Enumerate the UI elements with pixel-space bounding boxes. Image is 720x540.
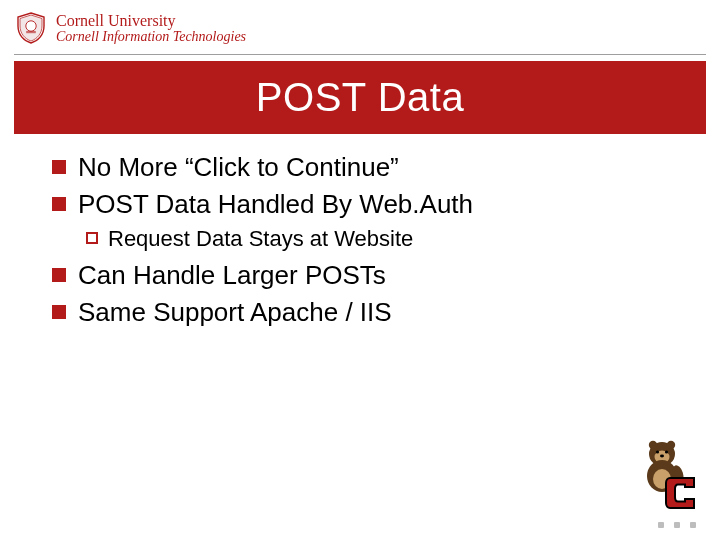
list-item: No More “Click to Continue” (52, 150, 690, 185)
svg-point-6 (656, 450, 659, 453)
brand-university: Cornell University (56, 12, 246, 30)
list-item-label: Request Data Stays at Website (108, 226, 413, 251)
header-divider (14, 54, 706, 55)
list-item-label: No More “Click to Continue” (78, 152, 399, 182)
pager-dot-icon (690, 522, 696, 528)
svg-point-0 (26, 21, 36, 31)
title-bar: POST Data (14, 61, 706, 134)
svg-point-4 (667, 441, 675, 449)
pager-dots (658, 522, 696, 528)
svg-point-3 (649, 441, 657, 449)
slide-content: No More “Click to Continue” POST Data Ha… (0, 134, 720, 330)
cornell-seal-icon (14, 11, 48, 45)
list-item: Can Handle Larger POSTs (52, 258, 690, 293)
list-item: POST Data Handled By Web.Auth Request Da… (52, 187, 690, 254)
slide-title: POST Data (24, 75, 696, 120)
pager-dot-icon (674, 522, 680, 528)
svg-rect-1 (26, 31, 36, 33)
mascot-logo-icon (632, 434, 698, 512)
list-item: Request Data Stays at Website (86, 224, 690, 254)
svg-point-7 (665, 450, 668, 453)
list-item-label: POST Data Handled By Web.Auth (78, 189, 473, 219)
list-item: Same Support Apache / IIS (52, 295, 690, 330)
list-item-label: Can Handle Larger POSTs (78, 260, 386, 290)
brand-department: Cornell Information Technologies (56, 29, 246, 44)
brand-text: Cornell University Cornell Information T… (56, 12, 246, 44)
list-item-label: Same Support Apache / IIS (78, 297, 392, 327)
slide-header: Cornell University Cornell Information T… (0, 0, 720, 54)
svg-point-8 (660, 455, 664, 458)
pager-dot-icon (658, 522, 664, 528)
